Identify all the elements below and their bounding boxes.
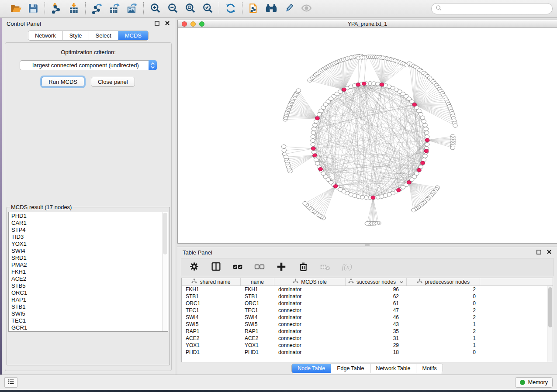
network-node[interactable] — [420, 116, 425, 120]
zoom-out-button[interactable] — [166, 2, 179, 15]
network-node[interactable] — [365, 222, 369, 226]
mcds-node[interactable] — [371, 196, 375, 199]
network-node[interactable] — [313, 123, 317, 127]
task-history-button[interactable] — [4, 377, 17, 388]
select-all-button[interactable] — [232, 261, 243, 273]
mcds-list-scrollbar[interactable] — [162, 212, 168, 331]
mcds-node[interactable] — [407, 181, 412, 184]
mcds-result-item[interactable]: STB5 — [11, 282, 162, 289]
column-header-name[interactable]: name — [241, 278, 274, 285]
mcds-result-list[interactable]: PHD1CAR1STP4TID3YOX1SWI4SRD1PMA2FKH1ACE2… — [8, 212, 168, 332]
table-scrollbar[interactable] — [547, 286, 553, 362]
open-file-button[interactable] — [9, 2, 22, 15]
mcds-node[interactable] — [397, 188, 401, 192]
network-node[interactable] — [315, 162, 320, 165]
network-node[interactable] — [411, 208, 415, 212]
import-table-button[interactable] — [67, 2, 80, 15]
network-node[interactable] — [425, 131, 429, 135]
mcds-result-item[interactable]: GCR1 — [11, 324, 162, 331]
mcds-node[interactable] — [313, 154, 317, 157]
network-node[interactable] — [311, 139, 315, 143]
mcds-node[interactable] — [318, 168, 323, 171]
table-row[interactable]: ORC1ORC1dominator610 — [182, 300, 553, 307]
mcds-node[interactable] — [421, 161, 425, 165]
network-node[interactable] — [314, 158, 318, 162]
mcds-result-item[interactable]: RAP1 — [11, 296, 162, 303]
search-network-button[interactable] — [265, 2, 278, 15]
network-node[interactable] — [419, 112, 423, 116]
mcds-result-item[interactable]: STB1 — [11, 303, 162, 310]
column-header-shared-name[interactable]: shared name — [182, 278, 241, 285]
network-node[interactable] — [296, 89, 301, 93]
save-session-button[interactable] — [27, 2, 40, 15]
float-panel-button[interactable] — [155, 21, 159, 27]
mcds-list-scrollbar-thumb[interactable] — [163, 213, 167, 254]
column-header-MCDS-role[interactable]: MCDS role — [274, 278, 346, 285]
mcds-node[interactable] — [315, 117, 320, 120]
network-window-titlebar[interactable]: YPA_prune.txt_1 — [178, 20, 557, 28]
mcds-result-item[interactable]: TEC1 — [11, 317, 162, 324]
show-hide-button[interactable] — [300, 2, 313, 15]
network-node[interactable] — [425, 143, 429, 147]
network-node[interactable] — [453, 124, 457, 127]
column-header-successor-nodes[interactable]: successor nodes — [346, 278, 407, 285]
close-panel-button[interactable] — [165, 21, 170, 27]
network-node[interactable] — [425, 135, 429, 139]
window-zoom-icon[interactable] — [199, 21, 204, 27]
mcds-node[interactable] — [417, 168, 422, 172]
table-scrollbar-thumb[interactable] — [548, 287, 552, 327]
column-header-predecessor-nodes[interactable]: predecessor nodes — [407, 278, 480, 285]
mcds-node[interactable] — [425, 138, 429, 142]
mcds-result-item[interactable]: CAR1 — [11, 220, 162, 227]
tab-mcds[interactable]: MCDS — [118, 31, 148, 40]
mcds-result-item[interactable]: YOX1 — [11, 241, 162, 248]
network-node[interactable] — [311, 143, 315, 147]
table-row[interactable]: PHD1PHD1dominator180 — [182, 349, 553, 356]
mcds-node[interactable] — [362, 82, 367, 86]
table-tab-network-table[interactable]: Network Table — [370, 364, 416, 373]
network-node[interactable] — [281, 145, 286, 149]
table-row[interactable]: SWI4SWI4dominator462 — [182, 314, 553, 321]
table-row[interactable]: SWI5SWI5connector431 — [182, 321, 553, 328]
export-table-button[interactable] — [108, 2, 121, 15]
network-node[interactable] — [423, 154, 427, 158]
memory-button[interactable]: Memory — [515, 377, 553, 388]
mcds-result-item[interactable]: TID3 — [11, 234, 162, 241]
criterion-select[interactable]: largest connected component (undirected) — [20, 60, 157, 70]
horizontal-splitter[interactable] — [177, 244, 557, 247]
deselect-all-button[interactable] — [254, 261, 265, 273]
tab-style[interactable]: Style — [62, 31, 89, 40]
annotation-button[interactable] — [282, 2, 295, 15]
delete-table-button[interactable] — [319, 261, 331, 273]
splitter-handle[interactable] — [365, 244, 370, 246]
mcds-node[interactable] — [412, 103, 417, 107]
table-tab-edge-table[interactable]: Edge Table — [331, 364, 370, 373]
table-tab-motifs[interactable]: Motifs — [416, 364, 442, 373]
window-close-icon[interactable] — [182, 21, 187, 27]
network-graph[interactable] — [178, 28, 555, 243]
function-builder-button[interactable]: f(x) — [341, 261, 353, 273]
table-float-button[interactable] — [536, 249, 541, 256]
zoom-fit-button[interactable] — [183, 2, 197, 15]
network-node[interactable] — [417, 109, 421, 113]
table-settings-button[interactable] — [188, 261, 200, 273]
mcds-result-item[interactable]: FKH1 — [11, 268, 162, 275]
export-network-button[interactable] — [90, 2, 104, 15]
export-image-button[interactable] — [125, 2, 138, 15]
mcds-node[interactable] — [356, 83, 360, 86]
network-node[interactable] — [317, 112, 322, 116]
table-tab-node-table[interactable]: Node Table — [292, 364, 331, 373]
table-row[interactable]: RAP1RAP1dominator352 — [182, 328, 553, 335]
table-close-button[interactable] — [547, 249, 552, 256]
mcds-result-item[interactable]: ACE2 — [11, 275, 162, 282]
tab-network[interactable]: Network — [28, 31, 62, 40]
search-input[interactable] — [445, 6, 548, 12]
mcds-result-item[interactable]: SWI4 — [11, 248, 162, 254]
network-node[interactable] — [423, 123, 427, 127]
network-node[interactable] — [311, 135, 315, 139]
network-node[interactable] — [424, 127, 428, 131]
mcds-result-item[interactable]: SRD1 — [11, 254, 162, 261]
mcds-node[interactable] — [380, 83, 384, 86]
network-node[interactable] — [450, 146, 455, 150]
mcds-result-item[interactable]: PMA2 — [11, 261, 162, 268]
